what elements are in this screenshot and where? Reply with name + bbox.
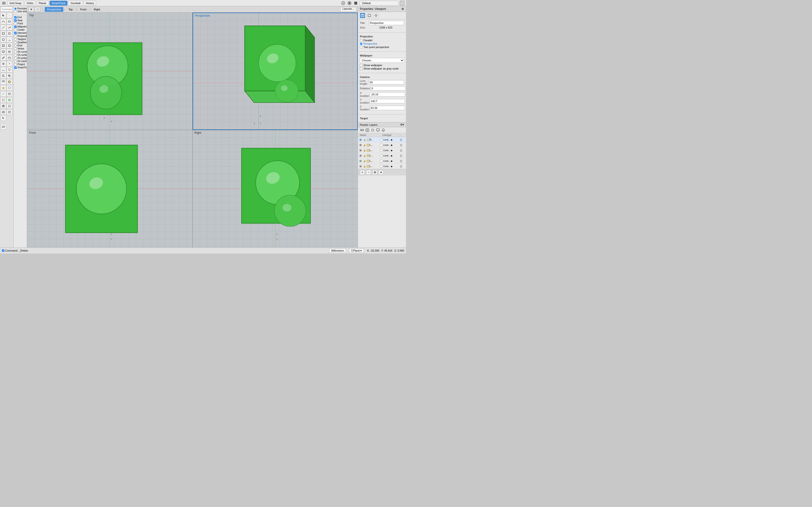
- viewport-perspective[interactable]: Perspective: [193, 12, 358, 130]
- layer-lock-1[interactable]: 🔒: [363, 144, 366, 147]
- show-wallpaper-check[interactable]: [360, 64, 362, 67]
- snap-tangent-check[interactable]: [14, 38, 17, 41]
- pipe-tool[interactable]: [6, 49, 12, 55]
- viewport-front[interactable]: Front x z: [27, 130, 192, 247]
- layer-vis-3[interactable]: [359, 154, 362, 157]
- snap-project[interactable]: Project: [14, 63, 26, 66]
- layer-lock-0[interactable]: 🔒: [363, 138, 366, 142]
- polyline-tool[interactable]: [6, 24, 12, 31]
- layer-color-circle-2[interactable]: [380, 149, 383, 152]
- solid-tool[interactable]: [0, 43, 6, 49]
- snap-quadrant[interactable]: Quadrant: [14, 41, 26, 44]
- snap-end-check[interactable]: [14, 16, 17, 18]
- rect-tool[interactable]: [0, 31, 6, 37]
- rotation-input[interactable]: [370, 86, 406, 91]
- snap-midpoint[interactable]: Midpoint: [14, 25, 26, 28]
- snap-quadrant-check[interactable]: [14, 41, 17, 44]
- zloc-input[interactable]: [370, 106, 405, 110]
- snap-center-check[interactable]: [14, 29, 17, 31]
- properties-settings-btn[interactable]: ⚙: [401, 7, 404, 11]
- layer-row-5[interactable]: 🔒 L... Conti... ◆ [ ]: [358, 164, 406, 169]
- named-view-input[interactable]: Default: [360, 1, 398, 6]
- snap-on-mesh[interactable]: On mesh: [14, 60, 26, 62]
- layer-row-1[interactable]: 🔒 L... Conti... ◆ [ ]: [358, 143, 406, 148]
- point-tool[interactable]: ·: [6, 12, 12, 18]
- robot-tool[interactable]: [6, 109, 12, 115]
- layer-color-5[interactable]: [367, 165, 369, 168]
- tab-front[interactable]: Front: [78, 7, 89, 12]
- viewport-btn[interactable]: [0, 79, 6, 85]
- snap-on-poly[interactable]: On polysurface: [14, 57, 26, 59]
- dim-tool[interactable]: [0, 67, 6, 73]
- material-tool[interactable]: [6, 85, 12, 91]
- status-cplane[interactable]: CPlane ▾: [349, 248, 364, 253]
- cursor-tool[interactable]: [0, 115, 6, 121]
- gumball-button[interactable]: Gumball: [68, 1, 83, 6]
- snap-vertex[interactable]: Vertex: [14, 47, 26, 50]
- snap-intersection-check[interactable]: [14, 32, 17, 34]
- select-tool[interactable]: [0, 12, 6, 18]
- snap-near[interactable]: Near: [14, 19, 26, 22]
- grid-snap-button[interactable]: Grid Snap: [7, 1, 24, 6]
- render-tool[interactable]: [6, 79, 12, 85]
- layers-icon-object[interactable]: [370, 128, 375, 132]
- layer-vis-5[interactable]: [359, 165, 362, 168]
- surface-tool[interactable]: [0, 49, 6, 55]
- planar-button[interactable]: Planar: [37, 1, 49, 6]
- snap-smarttrack-check[interactable]: [14, 66, 17, 69]
- snap-perp-check[interactable]: [14, 35, 17, 38]
- command-input[interactable]: [0, 7, 13, 12]
- dots-tool[interactable]: [0, 97, 6, 103]
- wallpaper-select[interactable]: Choose...: [360, 58, 404, 63]
- snap-vertex-check[interactable]: [14, 48, 17, 50]
- layers-options-btn[interactable]: ⚙: [372, 170, 377, 175]
- play-button[interactable]: [341, 1, 346, 6]
- annotation-tool[interactable]: [6, 67, 12, 73]
- dots2-tool[interactable]: [6, 103, 12, 109]
- layer-row-4[interactable]: 🔒 L... Conti... ◆ [ ]: [358, 158, 406, 164]
- special-tool[interactable]: [6, 97, 12, 103]
- layouts-button[interactable]: Layouts...: [340, 7, 356, 12]
- layer-color-4[interactable]: [367, 160, 369, 163]
- perspective-radio[interactable]: [360, 43, 362, 45]
- prop-icon-surface[interactable]: [367, 13, 372, 18]
- viewport-right[interactable]: Right y z: [193, 130, 358, 247]
- zoom-area-tool[interactable]: [6, 73, 12, 79]
- layers-icon-monitor[interactable]: [376, 128, 380, 132]
- layer-vis-1[interactable]: [359, 144, 362, 147]
- layer-row-0[interactable]: 🔒 D... Conti... ◆ [ ]: [358, 137, 406, 143]
- layer-lock-5[interactable]: 🔒: [363, 165, 366, 168]
- snap-oneshot-radio[interactable]: [14, 10, 17, 13]
- layer-vis-4[interactable]: [359, 159, 362, 163]
- snap-midpoint-check[interactable]: [14, 25, 17, 28]
- snap-on-surface[interactable]: On surface: [14, 54, 26, 56]
- magnify-tool[interactable]: [0, 73, 6, 79]
- lens-input[interactable]: [369, 80, 404, 84]
- layer-lock-2[interactable]: 🔒: [363, 149, 366, 152]
- status-units[interactable]: Millimeters: [329, 248, 346, 253]
- snap-on-curve[interactable]: On curve: [14, 50, 26, 53]
- circle-btn[interactable]: [0, 103, 6, 109]
- snap-onsurface-check[interactable]: [14, 54, 17, 56]
- snap-end[interactable]: End: [14, 16, 26, 18]
- snap-onpoly-check[interactable]: [14, 57, 17, 59]
- layer-color-circle-1[interactable]: [380, 144, 383, 147]
- polygon-tool[interactable]: [6, 31, 12, 37]
- layer-color-3[interactable]: [367, 154, 369, 157]
- layer-lock-3[interactable]: 🔒: [363, 154, 366, 157]
- layers-icon-bell[interactable]: [381, 128, 386, 132]
- edit-tool[interactable]: [0, 55, 6, 61]
- smart-track-button[interactable]: SmartTrack: [50, 1, 67, 6]
- yloc-input[interactable]: [370, 99, 405, 103]
- line-tool[interactable]: [0, 24, 6, 31]
- layer-color-2[interactable]: [367, 149, 369, 152]
- car-tool[interactable]: [0, 109, 6, 115]
- grid-tool[interactable]: [0, 61, 6, 67]
- snap-project-check[interactable]: [14, 63, 17, 66]
- layers-add-btn[interactable]: +: [360, 170, 365, 175]
- viewport-single-btn[interactable]: ▢: [35, 7, 40, 12]
- prop-icon-diamond[interactable]: [373, 13, 379, 18]
- snap-onmesh-check[interactable]: [14, 60, 17, 62]
- stop-button[interactable]: [353, 1, 358, 6]
- layer-lock-4[interactable]: 🔒: [363, 159, 366, 163]
